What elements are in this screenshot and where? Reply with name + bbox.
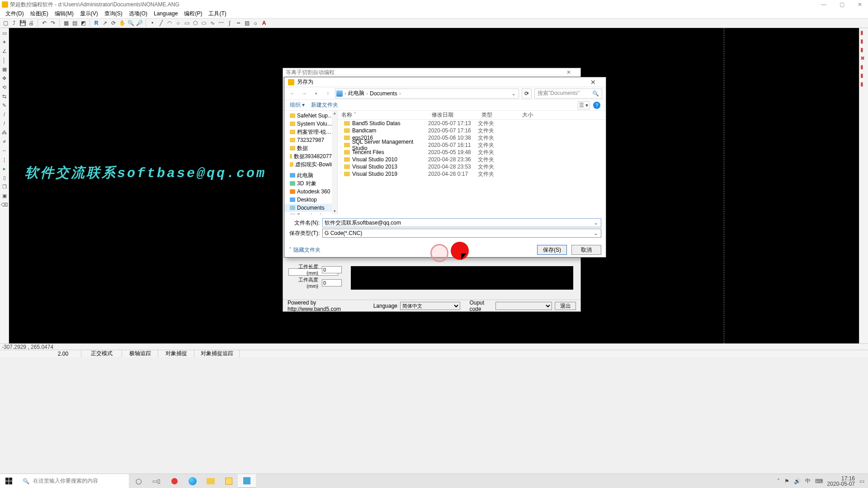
tray-ime[interactable]: 中 xyxy=(805,477,811,485)
view-button[interactable]: ☰ ▾ xyxy=(578,101,590,109)
lt-dim-icon[interactable]: ↔ xyxy=(1,147,8,154)
lt-vline-icon[interactable]: │ xyxy=(1,56,8,64)
newfolder-button[interactable]: 新建文件夹 xyxy=(311,101,338,109)
scroll-up-icon[interactable]: ▴ xyxy=(332,111,337,116)
lt-mirror-icon[interactable]: ⇆ xyxy=(1,93,8,100)
taskview-icon[interactable]: ◯ xyxy=(129,474,147,488)
explorer-icon[interactable] xyxy=(202,474,220,488)
tb-undo-icon[interactable]: ↶ xyxy=(41,19,48,27)
tree-item[interactable]: 数据 xyxy=(284,144,337,152)
lt-proc-icon[interactable]: ⁂ xyxy=(1,129,8,136)
file-row[interactable]: Bandicam2020-05-07 17:16文件夹 xyxy=(338,127,606,134)
file-row[interactable]: Tencent Files2020-05-05 19:48文件夹 xyxy=(338,149,606,156)
tree-autodesk[interactable]: Autodesk 360 xyxy=(284,188,337,196)
tb-save-icon[interactable]: 💾 xyxy=(19,19,26,27)
tray-vol-icon[interactable]: 🔊 xyxy=(794,478,801,484)
rt-ico6-icon[interactable]: ▮ xyxy=(860,72,868,80)
tb-print-icon[interactable]: 🖨 xyxy=(28,19,35,27)
tree-scrollbar[interactable]: ▴▾ xyxy=(332,111,337,214)
filename-input[interactable] xyxy=(325,219,593,226)
tree-downloads[interactable]: Downloads xyxy=(284,212,337,214)
taskbar-search[interactable]: 🔍 在这里输入你要搜索的内容 xyxy=(18,474,129,488)
organize-button[interactable]: 组织 ▾ xyxy=(290,101,305,109)
tray-notif-icon[interactable]: ▭ xyxy=(859,478,864,484)
save-titlebar[interactable]: 另存为 ✕ xyxy=(284,77,606,87)
folder-open-icon[interactable] xyxy=(220,474,238,488)
lt-move-icon[interactable]: ✥ xyxy=(1,75,8,82)
minimize-button[interactable]: — xyxy=(817,1,830,8)
save-close-icon[interactable]: ✕ xyxy=(584,79,602,86)
status-otrack[interactable]: 对象捕捉追踪 xyxy=(194,350,240,357)
breadcrumb[interactable]: › 此电脑 › Documents › ⌄ xyxy=(335,89,519,99)
file-row[interactable]: SQL Server Management Studio2020-05-07 1… xyxy=(338,141,606,149)
menu-draw[interactable]: 绘图(E) xyxy=(28,9,51,18)
col-name[interactable]: 名称 ˄ xyxy=(338,111,428,119)
tree-documents[interactable]: Documents xyxy=(284,204,337,212)
lt-line2-icon[interactable]: / xyxy=(1,111,8,118)
nav-fwd-icon[interactable]: → xyxy=(300,89,309,98)
lt-star-icon[interactable]: ✶ xyxy=(1,38,8,46)
menu-language[interactable]: Language xyxy=(151,10,180,17)
tb-dot-icon[interactable]: • xyxy=(149,19,156,27)
file-row[interactable]: Visual Studio 20102020-04-28 23:36文件夹 xyxy=(338,156,606,163)
lt-clip-icon[interactable]: ▣ xyxy=(1,192,8,199)
tb-circle-icon[interactable]: ○ xyxy=(175,19,182,27)
help-icon[interactable]: ? xyxy=(593,102,600,109)
bc-pc[interactable]: 此电脑 xyxy=(348,89,364,97)
file-row[interactable]: Visual Studio 20132020-04-28 23:53文件夹 xyxy=(338,163,606,170)
search-input[interactable]: 搜索"Documents" 🔍 xyxy=(534,89,602,99)
filetype-drop-icon[interactable]: ⌄ xyxy=(593,230,599,236)
menu-query[interactable]: 查询(S) xyxy=(102,9,125,18)
rt-ico3-icon[interactable]: ▮ xyxy=(860,47,868,54)
tree-item[interactable]: 虚拟现实-Bowli… xyxy=(284,160,337,169)
tb-line-icon[interactable]: ╱ xyxy=(157,19,165,27)
menu-options[interactable]: 选项(O) xyxy=(126,9,150,18)
tb-spline-icon[interactable]: 〰 xyxy=(217,19,225,27)
menu-program[interactable]: 编程(P) xyxy=(181,9,205,18)
status-mode[interactable]: 正交模式 xyxy=(81,350,122,357)
tb-text-icon[interactable]: A xyxy=(260,19,268,27)
bc-docs[interactable]: Documents xyxy=(370,90,397,97)
record-icon[interactable] xyxy=(165,474,184,488)
tree-item[interactable]: 732327987 xyxy=(284,136,337,144)
tb-grid2-icon[interactable]: ▤ xyxy=(71,19,78,27)
output-select[interactable] xyxy=(495,302,552,310)
tb-zoomin-icon[interactable]: 🔍 xyxy=(127,19,134,27)
tree-desktop[interactable]: Desktop xyxy=(284,196,337,204)
menu-tools[interactable]: 工具(T) xyxy=(206,9,229,18)
tb-wave-icon[interactable]: ∿ xyxy=(209,19,216,27)
exit-button[interactable]: 退出 xyxy=(555,302,576,310)
tree-item[interactable]: SafeNet Sup… xyxy=(284,112,337,120)
lang-select[interactable]: 简体中文 xyxy=(400,302,460,310)
file-row[interactable]: Visual Studio 20192020-04-26 0:17文件夹 xyxy=(338,170,606,178)
scroll-down-icon[interactable]: ▾ xyxy=(332,209,337,214)
filetype-field-wrap[interactable]: G Code(*.CNC) ⌄ xyxy=(322,229,601,238)
lt-del-icon[interactable]: ⌫ xyxy=(1,201,8,208)
hgt-input[interactable] xyxy=(322,279,342,286)
tb-gear-icon[interactable]: ☼ xyxy=(252,19,259,27)
lt-doc-icon[interactable]: ▯ xyxy=(1,174,8,181)
tray-kb-icon[interactable]: ⌨ xyxy=(815,478,823,484)
file-row[interactable]: Band5 Studio Datas2020-05-07 17:13文件夹 xyxy=(338,120,606,127)
plasma-titlebar[interactable]: 等离子切割自动编程 ✕ xyxy=(283,68,580,76)
tb-redo-icon[interactable]: ↷ xyxy=(49,19,57,27)
tray-clock[interactable]: 17:16 2020-05-07 xyxy=(827,476,855,487)
hide-folders-toggle[interactable]: ˄隐藏文件夹 xyxy=(289,246,321,254)
lt-line3-icon[interactable]: / xyxy=(1,120,8,127)
lt-draw-icon[interactable]: ✎ xyxy=(1,102,8,109)
edge-icon[interactable] xyxy=(184,474,202,488)
len-input[interactable] xyxy=(322,266,342,273)
col-date[interactable]: 修改日期 xyxy=(428,111,478,119)
lt-rot-icon[interactable]: ⟲ xyxy=(1,84,8,91)
bc-drop-icon[interactable]: ⌄ xyxy=(509,90,518,97)
menu-file[interactable]: 文件(D) xyxy=(3,9,27,18)
tb-poly-icon[interactable]: ⬠ xyxy=(192,19,199,27)
tray-flag-icon[interactable]: ⚑ xyxy=(784,478,789,484)
menu-edit[interactable]: 编辑(M) xyxy=(52,9,76,18)
tb-arc-icon[interactable]: ◠ xyxy=(166,19,173,27)
nav-recent-icon[interactable]: ▾ xyxy=(311,89,321,98)
tb-fill-icon[interactable]: ▨ xyxy=(243,19,250,27)
status-polar[interactable]: 极轴追踪 xyxy=(122,350,158,357)
app-taskbar-icon[interactable] xyxy=(238,474,256,488)
rt-ico4-icon[interactable]: ✖ xyxy=(860,55,868,62)
